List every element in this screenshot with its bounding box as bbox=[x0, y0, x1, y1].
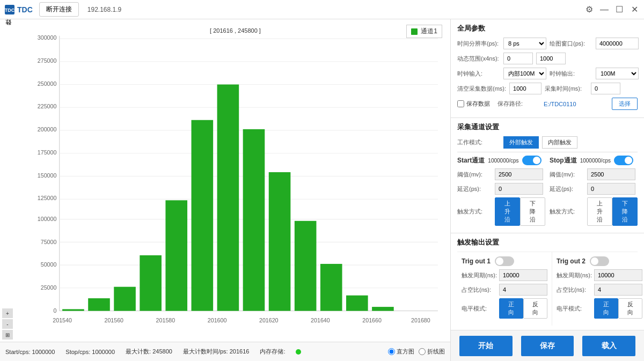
stop-cps: Stop/cps: 1000000 bbox=[65, 349, 115, 355]
zoom-out-icon[interactable]: - bbox=[2, 319, 13, 329]
action-buttons: 开始 保存 载入 bbox=[451, 330, 644, 361]
global-params-title: 全局参数 bbox=[457, 24, 638, 33]
maximize-icon[interactable]: ☐ bbox=[614, 4, 625, 15]
svg-rect-36 bbox=[243, 129, 265, 311]
start-threshold-input[interactable] bbox=[495, 168, 543, 180]
status-bar: Start/cps: 1000000 Stop/cps: 1000000 最大计… bbox=[0, 342, 450, 361]
disconnect-button[interactable]: 断开连接 bbox=[39, 2, 79, 17]
start-falling-button[interactable]: 下降沿 bbox=[520, 197, 545, 226]
stop-threshold-input[interactable] bbox=[587, 168, 635, 180]
draw-window-label: 绘图窗口(ps): bbox=[550, 40, 592, 48]
work-mode-label: 工作模式: bbox=[457, 138, 500, 146]
trig-out2-duty-input[interactable] bbox=[594, 284, 642, 296]
chart-tooltip: [ 201616 , 245800 ] bbox=[210, 27, 261, 34]
trig-out1-level-row: 电平模式: 正向 反向 bbox=[462, 298, 547, 319]
trig-out2-period-row: 触发周期(ns): bbox=[557, 269, 642, 281]
app-logo: TDC TDC bbox=[4, 4, 33, 15]
svg-rect-39 bbox=[320, 264, 342, 311]
select-path-button[interactable]: 选择 bbox=[612, 98, 638, 110]
clear-collect-label: 清空采集数据(ms): bbox=[457, 85, 506, 93]
right-panel: 全局参数 时间分辨率(ps): 8 ps 绘图窗口(ps): 动态范围(x4ns… bbox=[451, 19, 644, 361]
stop-rising-button[interactable]: 上升沿 bbox=[587, 197, 612, 226]
start-channel-toggle[interactable] bbox=[522, 156, 541, 165]
svg-text:201640: 201640 bbox=[311, 317, 330, 323]
clock-output-select[interactable]: 100M bbox=[596, 68, 639, 79]
minimize-icon[interactable]: — bbox=[599, 4, 610, 15]
clock-output-label: 时钟输出: bbox=[550, 70, 592, 78]
svg-rect-32 bbox=[140, 255, 162, 311]
save-data-checkbox-label[interactable]: 保存数据 bbox=[457, 100, 490, 108]
trig-out1-level-label: 电平模式: bbox=[462, 305, 499, 313]
close-icon[interactable]: ✕ bbox=[629, 4, 640, 15]
trig-out1-col: Trig out 1 触发周期(ns): 占空比(ns): 电平模式: 正向 bbox=[457, 252, 552, 326]
trig-out2-period-label: 触发周期(ns): bbox=[557, 271, 594, 279]
time-resolution-row: 时间分辨率(ps): 8 ps 绘图窗口(ps): bbox=[457, 38, 638, 49]
collect-time-input[interactable] bbox=[591, 83, 620, 94]
start-rising-button[interactable]: 上升沿 bbox=[495, 197, 520, 226]
trig-out2-negative-btn[interactable]: 反向 bbox=[618, 298, 642, 319]
load-button[interactable]: 载入 bbox=[582, 336, 635, 356]
svg-rect-37 bbox=[269, 172, 291, 311]
svg-rect-40 bbox=[346, 296, 368, 311]
trig-out1-header: Trig out 1 bbox=[462, 256, 547, 266]
stop-falling-button[interactable]: 下降沿 bbox=[612, 197, 638, 226]
chart-area: 计数 通道1 [ 201616 , 245800 ] bbox=[0, 19, 451, 361]
settings-icon[interactable]: ⚙ bbox=[584, 4, 595, 15]
histogram-chart: 0 25000 50000 75000 100000 125000 150000… bbox=[30, 30, 445, 340]
dynamic-range-min[interactable] bbox=[503, 53, 533, 64]
reset-icon[interactable]: ⊞ bbox=[2, 330, 13, 340]
trig-out2-positive-btn[interactable]: 正向 bbox=[594, 298, 618, 319]
bar-chart-radio[interactable]: 直方图 bbox=[388, 348, 414, 356]
trig-out1-negative-btn[interactable]: 反向 bbox=[523, 298, 547, 319]
trig-out2-period-input[interactable] bbox=[594, 269, 642, 281]
svg-text:250000: 250000 bbox=[38, 80, 57, 87]
trig-out1-toggle[interactable] bbox=[495, 256, 514, 266]
stop-cps-value: 1000000/cps bbox=[580, 158, 611, 164]
clock-input-select[interactable]: 内部100M bbox=[503, 68, 546, 79]
work-mode-row: 工作模式: 外部触发 内部触发 bbox=[457, 136, 638, 149]
trig-out2-col: Trig out 2 触发周期(ns): 占空比(ns): 电平模式: 正向 bbox=[552, 252, 644, 326]
svg-text:201580: 201580 bbox=[156, 317, 175, 323]
trig-out1-period-input[interactable] bbox=[499, 269, 547, 281]
save-path-value: E:/TDC0110 bbox=[544, 101, 576, 107]
clear-collect-input[interactable] bbox=[509, 83, 541, 94]
trig-out2-header: Trig out 2 bbox=[557, 256, 642, 266]
svg-rect-35 bbox=[217, 85, 239, 311]
trig-out1-duty-input[interactable] bbox=[499, 284, 547, 296]
start-trigger-label: 触发方式: bbox=[457, 208, 495, 216]
svg-rect-30 bbox=[88, 298, 110, 311]
zoom-in-icon[interactable]: + bbox=[2, 308, 13, 318]
svg-text:100000: 100000 bbox=[38, 216, 57, 222]
save-button[interactable]: 保存 bbox=[521, 336, 574, 356]
time-resolution-select[interactable]: 8 ps bbox=[503, 38, 546, 49]
stop-delay-input[interactable] bbox=[587, 183, 635, 195]
start-cps-value: 1000000/cps bbox=[488, 158, 518, 164]
svg-text:0: 0 bbox=[53, 307, 56, 314]
svg-rect-41 bbox=[372, 307, 394, 311]
save-data-checkbox[interactable] bbox=[457, 100, 464, 107]
svg-text:201620: 201620 bbox=[259, 317, 279, 323]
svg-text:201560: 201560 bbox=[104, 317, 123, 323]
trig-out1-period-row: 触发周期(ns): bbox=[462, 269, 547, 281]
start-delay-row: 延迟(ps): bbox=[457, 183, 545, 195]
dynamic-range-max[interactable] bbox=[536, 53, 566, 64]
start-button[interactable]: 开始 bbox=[459, 336, 513, 356]
stop-channel-header: Stop通道 1000000/cps bbox=[550, 156, 638, 165]
mode-external-button[interactable]: 外部触发 bbox=[503, 136, 539, 149]
stop-delay-row: 延迟(ps): bbox=[550, 183, 638, 195]
svg-text:201540: 201540 bbox=[53, 317, 72, 323]
draw-window-input[interactable] bbox=[596, 38, 639, 49]
clock-input-label: 时钟输入: bbox=[457, 70, 500, 78]
line-chart-radio[interactable]: 折线图 bbox=[419, 348, 445, 356]
svg-rect-33 bbox=[165, 200, 187, 311]
window-controls: ⚙ — ☐ ✕ bbox=[584, 4, 640, 15]
collect-time-label: 采集时间(ms): bbox=[545, 85, 588, 93]
trig-out1-positive-btn[interactable]: 正向 bbox=[499, 298, 523, 319]
stop-channel-toggle[interactable] bbox=[614, 156, 633, 165]
svg-text:300000: 300000 bbox=[38, 34, 57, 41]
trig-out2-label: Trig out 2 bbox=[557, 257, 586, 265]
trig-out2-toggle[interactable] bbox=[590, 256, 609, 266]
mode-internal-button[interactable]: 内部触发 bbox=[542, 136, 577, 149]
trig-output-section: 触发输出设置 Trig out 1 触发周期(ns): 占空比(ns): bbox=[451, 233, 644, 330]
start-delay-input[interactable] bbox=[495, 183, 543, 195]
